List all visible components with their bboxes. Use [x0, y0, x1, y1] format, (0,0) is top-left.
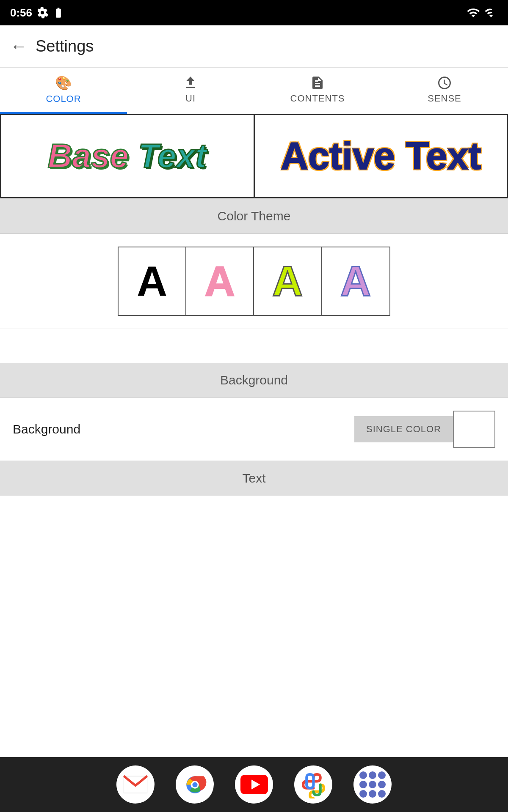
app-bar: ← Settings — [0, 25, 508, 68]
tab-sense[interactable]: SENSE — [381, 68, 508, 114]
spacer-1 — [0, 329, 508, 363]
background-label: Background — [13, 422, 80, 436]
single-color-button[interactable]: SINGLE COLOR — [354, 416, 453, 442]
tab-contents-label: CONTENTS — [290, 93, 345, 104]
time-display: 0:56 — [10, 6, 32, 19]
youtube-svg — [240, 774, 268, 795]
bottom-nav — [0, 757, 508, 812]
background-section-header: Background — [0, 363, 508, 398]
tab-ui[interactable]: UI — [127, 68, 254, 114]
signal-status-icon — [484, 6, 498, 19]
document-icon — [310, 75, 325, 91]
theme-option-pink[interactable]: A — [186, 247, 254, 315]
gmail-svg — [123, 774, 148, 795]
tab-bar: 🎨 COLOR UI CONTENTS SENSE — [0, 68, 508, 114]
theme-a-green-label: A — [272, 257, 303, 306]
apps-grid — [359, 771, 386, 798]
tab-sense-label: SENSE — [428, 93, 461, 104]
chrome-svg — [181, 771, 209, 798]
photos-svg — [300, 771, 327, 798]
status-time: 0:56 — [10, 6, 64, 19]
base-text-display: Base Text — [48, 137, 207, 176]
clock-icon — [437, 75, 452, 91]
settings-icon — [36, 7, 48, 19]
background-setting-row: Background SINGLE COLOR — [0, 398, 508, 461]
apps-launcher-icon[interactable] — [353, 765, 392, 804]
color-theme-section-header: Color Theme — [0, 199, 508, 233]
gmail-app-icon[interactable] — [116, 765, 155, 804]
background-controls: SINGLE COLOR — [354, 411, 495, 448]
theme-option-green[interactable]: A — [254, 247, 322, 315]
wifi-status-icon — [467, 6, 480, 19]
photos-app-icon[interactable] — [294, 765, 332, 804]
palette-icon: 🎨 — [55, 75, 72, 91]
tab-contents[interactable]: CONTENTS — [254, 68, 381, 114]
youtube-app-icon[interactable] — [235, 765, 273, 804]
active-text-preview[interactable]: Active Text — [254, 114, 508, 198]
base-text-preview[interactable]: Base Text — [0, 114, 254, 198]
download-icon — [183, 75, 198, 91]
content-spacer — [0, 496, 508, 741]
theme-a-purple-label: A — [340, 257, 371, 306]
tab-color-label: COLOR — [46, 93, 81, 104]
text-section-header: Text — [0, 461, 508, 496]
theme-a-black-label: A — [137, 257, 167, 306]
theme-option-purple[interactable]: A — [322, 247, 389, 315]
tab-color[interactable]: 🎨 COLOR — [0, 68, 127, 114]
theme-option-black[interactable]: A — [119, 247, 186, 315]
active-text-display: Active Text — [281, 134, 481, 178]
status-bar: 0:56 — [0, 0, 508, 25]
theme-a-pink-label: A — [204, 257, 235, 306]
back-button[interactable]: ← — [10, 37, 27, 56]
status-icons — [467, 6, 498, 19]
preview-row: Base Text Active Text — [0, 114, 508, 199]
tab-ui-label: UI — [185, 93, 196, 104]
app-title: Settings — [36, 37, 94, 55]
color-swatch[interactable] — [453, 411, 495, 448]
chrome-app-icon[interactable] — [176, 765, 214, 804]
battery-icon — [52, 7, 64, 19]
theme-options-container: A A A A — [118, 247, 390, 316]
color-theme-options: A A A A — [0, 234, 508, 329]
svg-point-3 — [192, 782, 197, 787]
